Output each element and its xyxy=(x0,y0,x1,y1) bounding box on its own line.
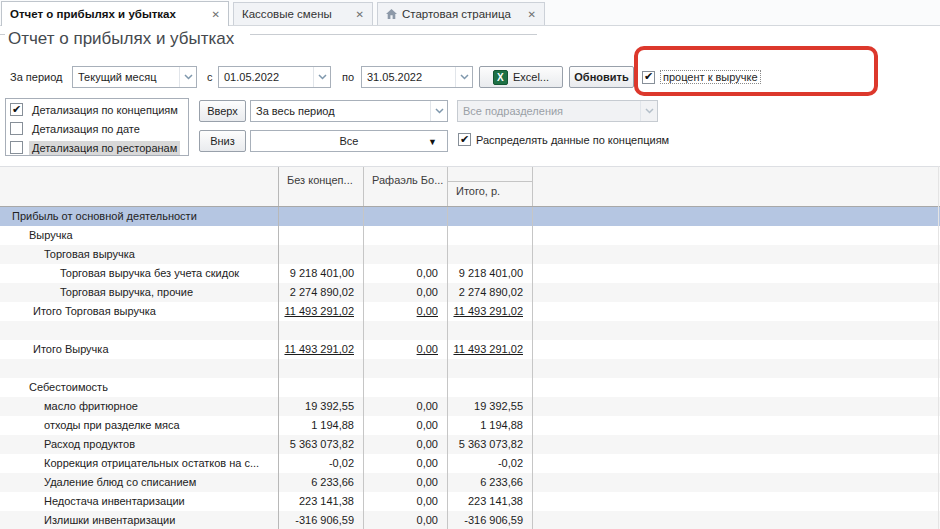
row-label xyxy=(0,359,279,378)
excel-export-button[interactable]: X Excel... xyxy=(479,66,563,88)
distribute-data-label[interactable]: Распределять данные по концепциям xyxy=(476,134,669,146)
chevron-down-icon xyxy=(318,74,327,80)
period-preset-combobox[interactable]: Текущий месяц xyxy=(72,66,197,88)
table-row[interactable]: Итого Выручка 11 493 291,02 0,00 11 493 … xyxy=(0,340,940,359)
check-icon: ✔ xyxy=(12,104,21,115)
profit-loss-report-window: Отчет о прибылях и убытках ✕ Кассовые см… xyxy=(0,0,940,529)
distribute-data-checkbox[interactable]: ✔ xyxy=(458,133,471,146)
detalization-item-restaurants[interactable]: Детализация по ресторанам xyxy=(6,138,188,157)
detalization-restaurants-checkbox[interactable] xyxy=(10,141,23,154)
table-row[interactable]: Себестоимость xyxy=(0,378,940,397)
cell-value xyxy=(279,321,364,340)
column-header-no-concept[interactable]: Без концеп... xyxy=(279,167,364,206)
refresh-button-label: Обновить xyxy=(574,71,628,83)
tab-start-page[interactable]: Стартовая страница ✕ xyxy=(377,2,545,25)
chevron-down-icon xyxy=(184,74,193,80)
detalization-concepts-checkbox[interactable]: ✔ xyxy=(10,103,23,116)
cell-value: 0,00 xyxy=(364,454,448,473)
cell-value: 6 233,66 xyxy=(279,473,364,492)
cell-value xyxy=(364,321,448,340)
tab-profit-loss-report[interactable]: Отчет о прибылях и убытках ✕ xyxy=(1,1,229,26)
combobox-drop-button[interactable] xyxy=(430,101,447,121)
page-title: Отчет о прибылях и убытках xyxy=(8,29,238,49)
cell-value xyxy=(279,207,364,226)
table-row[interactable]: Выручка xyxy=(0,226,940,245)
tab-cash-shifts[interactable]: Кассовые смены ✕ xyxy=(233,2,373,25)
cell-value: 0,00 xyxy=(364,302,448,321)
table-row[interactable]: масло фритюрное 19 392,55 0,00 19 392,55 xyxy=(0,397,940,416)
table-row[interactable]: Удаление блюд со списанием 6 233,66 0,00… xyxy=(0,473,940,492)
move-down-label: Вниз xyxy=(210,135,235,147)
groupbox-line xyxy=(250,34,537,35)
detalization-item-label: Детализация по ресторанам xyxy=(29,141,180,155)
table-row[interactable]: Прибыль от основной деятельности xyxy=(0,207,940,226)
combobox-drop-button xyxy=(640,101,657,121)
distribute-data-option: ✔ Распределять данные по концепциям xyxy=(458,133,669,146)
cell-value: 0,00 xyxy=(364,416,448,435)
period-scope-combobox[interactable]: За весь период xyxy=(250,100,448,122)
percent-of-revenue-checkbox[interactable]: ✔ xyxy=(642,71,655,84)
refresh-button[interactable]: Обновить xyxy=(569,66,634,88)
cell-value: 223 141,38 xyxy=(279,492,364,511)
cell-value: 1 194,88 xyxy=(448,416,533,435)
table-row[interactable]: отходы при разделке мяса 1 194,88 0,00 1… xyxy=(0,416,940,435)
cell-value: 223 141,38 xyxy=(448,492,533,511)
category-filter-dropdown[interactable]: Все ▼ xyxy=(250,130,448,152)
cell-value xyxy=(448,207,533,226)
cell-value: 5 363 073,82 xyxy=(279,435,364,454)
cell-value: 19 392,55 xyxy=(279,397,364,416)
table-row[interactable]: Торговая выручка, прочие 2 274 890,02 0,… xyxy=(0,283,940,302)
cell-value xyxy=(364,359,448,378)
row-label: Недостача инвентаризации xyxy=(0,492,279,511)
table-row[interactable]: Торговая выручка без учета скидок 9 218 … xyxy=(0,264,940,283)
date-from-drop-button[interactable] xyxy=(313,67,330,87)
combobox-drop-button[interactable] xyxy=(179,67,196,87)
close-icon[interactable]: ✕ xyxy=(204,9,220,20)
cell-value xyxy=(448,321,533,340)
check-icon: ✔ xyxy=(460,134,469,145)
cell-value xyxy=(364,245,448,264)
detalization-item-concepts[interactable]: ✔ Детализация по концепциям xyxy=(6,100,188,119)
cell-value: -316 906,59 xyxy=(448,511,533,529)
cell-value: -316 906,59 xyxy=(279,511,364,529)
date-to-field[interactable]: 31.05.2022 xyxy=(361,66,473,88)
tab-label: Отчет о прибылях и убытках xyxy=(10,8,176,20)
check-icon: ✔ xyxy=(644,71,653,82)
close-icon[interactable]: ✕ xyxy=(520,9,536,20)
date-to-drop-button[interactable] xyxy=(455,67,472,87)
table-row[interactable]: Недостача инвентаризации 223 141,38 0,00… xyxy=(0,492,940,511)
cell-value: 5 363 073,82 xyxy=(448,435,533,454)
column-header-name xyxy=(0,167,279,206)
row-label: Выручка xyxy=(0,226,279,245)
table-row[interactable]: Итого Торговая выручка 11 493 291,02 0,0… xyxy=(0,302,940,321)
cell-value xyxy=(279,245,364,264)
column-header-rafael[interactable]: Рафаэль Бо... xyxy=(364,167,448,206)
row-label: Расход продуктов xyxy=(0,435,279,454)
table-row[interactable] xyxy=(0,359,940,378)
table-row[interactable]: Торговая выручка xyxy=(0,245,940,264)
move-up-button[interactable]: Вверх xyxy=(199,100,246,122)
table-row[interactable]: Коррекция отрицательных остатков на с...… xyxy=(0,454,940,473)
cell-value: 11 493 291,02 xyxy=(279,340,364,359)
move-down-button[interactable]: Вниз xyxy=(199,130,246,152)
detalization-item-date[interactable]: Детализация по дате xyxy=(6,119,188,138)
row-label: отходы при разделке мяса xyxy=(0,416,279,435)
cell-value: 9 218 401,00 xyxy=(279,264,364,283)
date-from-value: 01.05.2022 xyxy=(219,71,313,83)
column-header-total[interactable]: Итого, р. xyxy=(448,167,533,206)
detalization-date-checkbox[interactable] xyxy=(10,122,23,135)
groupbox-line xyxy=(0,34,5,35)
grid-right-edge xyxy=(938,166,939,529)
date-from-field[interactable]: 01.05.2022 xyxy=(218,66,331,88)
cell-value: 1 194,88 xyxy=(279,416,364,435)
close-icon[interactable]: ✕ xyxy=(348,9,364,20)
row-label: Торговая выручка xyxy=(0,245,279,264)
row-label: Удаление блюд со списанием xyxy=(0,473,279,492)
table-row[interactable] xyxy=(0,321,940,340)
percent-of-revenue-label[interactable]: процент к выручке xyxy=(660,70,761,84)
period-label: За период xyxy=(10,66,62,88)
row-label: Итого Выручка xyxy=(0,340,279,359)
table-row[interactable]: Излишки инвентаризации -316 906,59 0,00 … xyxy=(0,511,940,529)
cell-value xyxy=(364,226,448,245)
table-row[interactable]: Расход продуктов 5 363 073,82 0,00 5 363… xyxy=(0,435,940,454)
